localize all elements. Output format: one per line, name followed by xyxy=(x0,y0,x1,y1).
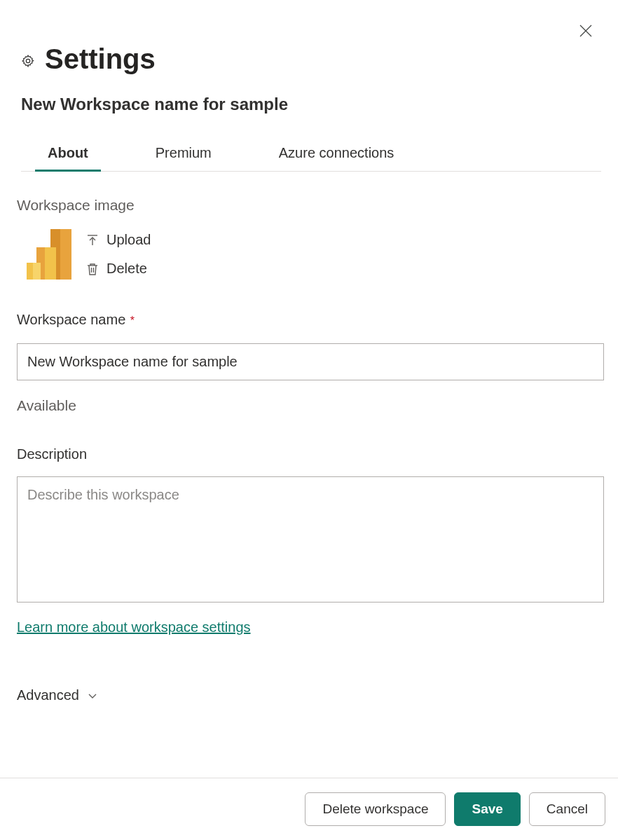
cancel-button[interactable]: Cancel xyxy=(529,792,605,826)
upload-icon xyxy=(85,233,99,247)
workspace-thumbnail xyxy=(27,229,71,280)
advanced-toggle[interactable]: Advanced xyxy=(17,687,601,703)
tab-azure-connections[interactable]: Azure connections xyxy=(266,139,407,171)
workspace-name-label: Workspace name xyxy=(17,312,125,327)
delete-image-button[interactable]: Delete xyxy=(85,261,151,277)
description-input[interactable] xyxy=(17,476,604,603)
svg-point-2 xyxy=(26,59,29,62)
close-button[interactable] xyxy=(575,20,597,42)
panel-header: Settings New Workspace name for sample A… xyxy=(0,0,618,172)
learn-more-link[interactable]: Learn more about workspace settings xyxy=(17,619,251,635)
save-button[interactable]: Save xyxy=(454,792,520,826)
workspace-name-heading: New Workspace name for sample xyxy=(21,95,601,114)
workspace-name-input[interactable] xyxy=(17,343,604,380)
tabs-bar: About Premium Azure connections xyxy=(21,139,601,172)
gear-icon xyxy=(21,54,35,68)
tab-content-about: Workspace image xyxy=(0,172,618,778)
upload-image-button[interactable]: Upload xyxy=(85,232,151,248)
delete-workspace-button[interactable]: Delete workspace xyxy=(305,792,446,826)
svg-rect-8 xyxy=(27,263,33,280)
settings-panel: Settings New Workspace name for sample A… xyxy=(0,0,618,840)
required-asterisk: * xyxy=(130,315,135,326)
tab-premium[interactable]: Premium xyxy=(143,139,224,171)
panel-title: Settings xyxy=(45,43,156,75)
description-label: Description xyxy=(17,446,601,462)
panel-footer: Delete workspace Save Cancel xyxy=(0,778,618,840)
trash-icon xyxy=(85,262,99,276)
advanced-label: Advanced xyxy=(17,687,79,703)
upload-label: Upload xyxy=(107,232,151,248)
name-availability-status: Available xyxy=(17,397,601,414)
chevron-down-icon xyxy=(88,691,97,701)
delete-image-label: Delete xyxy=(107,261,147,277)
tab-about[interactable]: About xyxy=(35,139,101,171)
workspace-image-label: Workspace image xyxy=(17,197,601,214)
close-icon xyxy=(579,25,592,37)
